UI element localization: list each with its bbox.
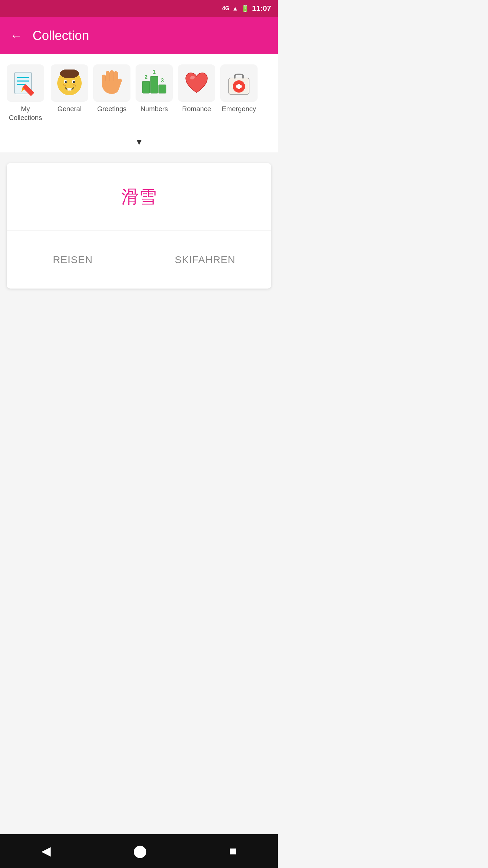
category-item-emergency[interactable]: Emergency <box>219 61 259 125</box>
category-icon-general <box>51 64 88 102</box>
category-label-greetings: Greetings <box>97 104 127 113</box>
category-label-numbers: Numbers <box>140 104 168 113</box>
svg-text:2: 2 <box>145 74 148 80</box>
svg-text:3: 3 <box>161 78 164 83</box>
flashcard-top[interactable]: 滑雪 <box>7 163 271 231</box>
category-icon-numbers: 2 1 3 <box>136 64 173 102</box>
flashcard: 滑雪 REISEN SKIFAHREN <box>7 163 271 289</box>
nav-recents-button[interactable]: ■ <box>229 844 237 858</box>
category-item-greetings[interactable]: Greetings <box>92 61 132 125</box>
svg-point-11 <box>65 81 67 83</box>
svg-point-15 <box>73 84 75 85</box>
flashcard-answer-left[interactable]: REISEN <box>7 231 139 289</box>
nav-back-button[interactable]: ◀ <box>41 844 51 858</box>
emergency-icon <box>225 70 252 97</box>
signal-strength-icon: ▲ <box>232 5 238 12</box>
bottom-nav: ◀ ⬤ ■ <box>0 834 278 868</box>
svg-point-13 <box>63 84 64 85</box>
signal-4g: 4G <box>222 5 229 12</box>
category-section: My Collections <box>0 54 278 132</box>
greetings-icon <box>98 70 125 97</box>
category-item-numbers[interactable]: 2 1 3 Numbers <box>134 61 175 125</box>
numbers-icon: 2 1 3 <box>141 70 168 97</box>
svg-rect-17 <box>67 88 72 91</box>
svg-rect-24 <box>150 76 158 93</box>
app-bar: ← Collection <box>0 17 278 54</box>
time-display: 11:07 <box>252 4 271 13</box>
svg-point-14 <box>64 85 66 86</box>
flashcard-bottom: REISEN SKIFAHREN <box>7 231 271 289</box>
romance-icon <box>183 70 210 97</box>
flashcard-answer-right[interactable]: SKIFAHREN <box>139 231 271 289</box>
battery-icon: 🔋 <box>241 4 249 13</box>
flashcard-chinese-text: 滑雪 <box>121 185 157 209</box>
svg-text:1: 1 <box>153 70 156 75</box>
category-item-romance[interactable]: Romance <box>176 61 217 125</box>
category-label-emergency: Emergency <box>222 104 256 113</box>
my-collections-icon <box>12 70 39 97</box>
svg-point-16 <box>75 85 76 86</box>
category-icon-greetings <box>93 64 130 102</box>
category-item-general[interactable]: General <box>49 61 90 125</box>
svg-rect-32 <box>236 85 242 88</box>
svg-rect-26 <box>159 85 166 93</box>
category-scroll: My Collections <box>3 61 274 129</box>
back-button[interactable]: ← <box>10 29 22 42</box>
category-label-my-collections: My Collections <box>5 104 46 122</box>
nav-home-button[interactable]: ⬤ <box>133 844 147 858</box>
flashcard-section: 滑雪 REISEN SKIFAHREN <box>0 153 278 299</box>
chevron-row: ▾ <box>0 132 278 153</box>
general-icon <box>56 70 83 97</box>
chevron-down-icon[interactable]: ▾ <box>137 136 142 147</box>
svg-rect-22 <box>142 81 150 93</box>
svg-point-12 <box>73 81 75 83</box>
status-icons: 4G ▲ 🔋 11:07 <box>222 4 271 13</box>
status-bar: 4G ▲ 🔋 11:07 <box>0 0 278 17</box>
category-icon-romance <box>178 64 215 102</box>
category-label-general: General <box>57 104 81 113</box>
page-title: Collection <box>33 28 89 43</box>
category-item-my-collections[interactable]: My Collections <box>3 61 47 125</box>
category-icon-emergency <box>220 64 258 102</box>
category-label-romance: Romance <box>182 104 211 113</box>
category-icon-my-collections <box>7 64 44 102</box>
